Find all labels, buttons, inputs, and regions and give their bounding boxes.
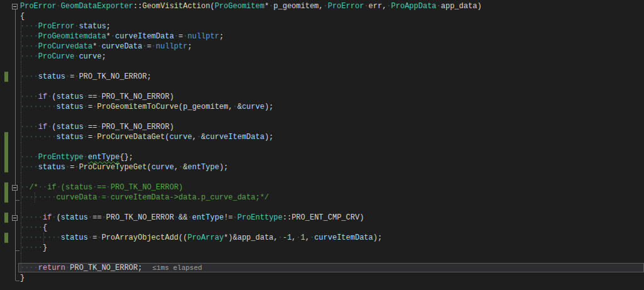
- code-token: (: [57, 213, 61, 222]
- code-token: if: [38, 92, 47, 101]
- code-line[interactable]: ·····if·(status·==·PRO_TK_NO_ERROR·&&·en…: [0, 213, 644, 223]
- whitespace-dots: ·····: [20, 243, 43, 252]
- code-line[interactable]: [0, 112, 644, 122]
- whitespace-dots: ·: [364, 2, 368, 11]
- whitespace-dots: ····: [20, 52, 38, 61]
- code-token: return: [38, 264, 65, 272]
- code-token: curve: [170, 133, 192, 142]
- code-token: PRO_TK_NO_ERROR: [106, 213, 174, 222]
- current-statement-line[interactable]: ····return·PRO_TK_NO_ERROR;≤1ms elapsed: [0, 263, 644, 273]
- code-line[interactable]: ····status·=·ProCurveTypeGet(curve,·&ent…: [0, 162, 644, 172]
- whitespace-dots: ········: [20, 103, 57, 111]
- code-token: ;: [106, 22, 111, 31]
- code-line[interactable]: [0, 172, 644, 182]
- code-text: ········status·=·ProCurveDataGet(curve,·…: [20, 133, 273, 142]
- code-text: ····ProCurvedata*·curveData·=·nullptr;: [20, 42, 192, 51]
- code-text: ····return·PRO_TK_NO_ERROR;: [20, 264, 142, 272]
- code-token: PRO_TK_NO_ERROR): [102, 92, 174, 101]
- code-token: entType: [192, 213, 224, 222]
- code-line[interactable]: ··/*··if·(status·==·PRO_TK_NO_ERROR): [0, 182, 644, 192]
- code-token: ;: [102, 52, 106, 61]
- code-token: curve: [242, 103, 265, 111]
- code-line[interactable]: ········status·=·ProCurveDataGet(curve,·…: [0, 132, 644, 142]
- whitespace-dots: ·········: [20, 233, 61, 242]
- code-token: ProArrayObjectAdd: [102, 233, 178, 242]
- code-token: (: [52, 92, 56, 101]
- code-line[interactable]: ····ProEnttype·entType{};: [0, 152, 644, 162]
- code-token: curveItemData->data.p_curve_data;*/: [111, 193, 269, 202]
- code-token: status: [61, 213, 88, 222]
- whitespace-dots: ·: [197, 133, 201, 142]
- whitespace-dots: ·: [232, 103, 237, 111]
- whitespace-dots: ·: [84, 153, 88, 162]
- whitespace-dots: ·: [74, 72, 79, 81]
- code-line[interactable]: [0, 253, 644, 263]
- code-token: ,: [305, 233, 310, 242]
- code-token: &&: [178, 213, 187, 222]
- code-text: {: [20, 12, 25, 21]
- whitespace-dots: ·: [188, 213, 192, 222]
- code-line[interactable]: ········status·=·ProGeomitemToCurve(p_ge…: [0, 102, 644, 112]
- code-text: ·····if·(status·==·PRO_TK_NO_ERROR·&&·en…: [20, 213, 364, 222]
- whitespace-dots: ·: [296, 233, 300, 242]
- code-token: }: [20, 274, 25, 282]
- code-line[interactable]: [0, 142, 644, 152]
- code-token: &: [237, 103, 242, 111]
- code-line[interactable]: ········curveData·=·curveItemData->data.…: [0, 192, 644, 203]
- code-line[interactable]: ····ProError·status;: [0, 21, 644, 31]
- code-token: if: [38, 123, 47, 131]
- code-text: ····ProGeomitemdata*·curveItemData·=·nul…: [20, 32, 224, 41]
- code-token: ProGeomitem: [215, 2, 265, 11]
- code-line[interactable]: ····ProCurve·curve;: [0, 52, 644, 62]
- whitespace-dots: ·: [174, 213, 178, 222]
- code-token: {: [43, 223, 47, 232]
- whitespace-dots: ·: [437, 2, 441, 11]
- code-line[interactable]: ····if·(status·==·PRO_TK_NO_ERROR): [0, 92, 644, 102]
- code-line[interactable]: ·····}: [0, 243, 644, 253]
- whitespace-dots: ·: [278, 233, 283, 242]
- code-token: curveItemData: [115, 32, 174, 41]
- code-line[interactable]: ····ProCurvedata*·curveData·=·nullptr;: [0, 42, 644, 52]
- whitespace-dots: ··: [38, 183, 47, 192]
- whitespace-dots: ····: [20, 153, 38, 162]
- code-token: }: [43, 243, 47, 252]
- whitespace-dots: ·: [97, 42, 101, 51]
- whitespace-dots: ·: [97, 92, 101, 101]
- code-line[interactable]: ·····{: [0, 223, 644, 233]
- code-token: ==: [88, 123, 97, 131]
- code-line[interactable]: ····status·=·PRO_TK_NO_ERROR;: [0, 72, 644, 82]
- code-token: {: [20, 12, 25, 21]
- code-token: curve: [151, 163, 174, 172]
- whitespace-dots: ····: [20, 32, 38, 41]
- code-line[interactable]: ·········status·=·ProArrayObjectAdd((Pro…: [0, 233, 644, 243]
- code-line[interactable]: ProError·GeomDataExporter::GeomVisitActi…: [0, 1, 644, 11]
- whitespace-dots: ····: [20, 123, 38, 131]
- code-token: ;: [219, 32, 224, 41]
- code-text: ProError·GeomDataExporter::GeomVisitActi…: [20, 2, 482, 11]
- code-token: status: [57, 123, 84, 131]
- code-token: status: [79, 22, 106, 31]
- code-token: ProError: [38, 22, 75, 31]
- whitespace-dots: ··: [20, 183, 29, 192]
- code-token: status: [57, 103, 84, 111]
- code-line[interactable]: [0, 62, 644, 72]
- code-line[interactable]: }: [0, 273, 644, 283]
- code-line[interactable]: [0, 82, 644, 92]
- code-line[interactable]: [0, 203, 644, 213]
- code-token: );: [265, 133, 273, 142]
- code-line[interactable]: ····ProGeomitemdata*·curveItemData·=·nul…: [0, 31, 644, 42]
- perf-tip[interactable]: ≤1ms elapsed: [152, 264, 202, 272]
- whitespace-dots: ····: [20, 92, 38, 101]
- code-text: ····ProEnttype·entType{};: [20, 153, 133, 162]
- code-line[interactable]: {: [0, 11, 644, 21]
- indent-guide: [21, 253, 22, 263]
- whitespace-dots: ·: [84, 103, 88, 111]
- code-token: app_data): [441, 2, 482, 11]
- whitespace-dots: ····: [20, 42, 38, 51]
- code-token: ProCurve: [38, 52, 75, 61]
- code-token: if: [47, 183, 56, 192]
- code-token: entType: [88, 153, 119, 162]
- code-text: ····ProCurve·curve;: [20, 52, 106, 61]
- code-line[interactable]: ····if·(status·==·PRO_TK_NO_ERROR): [0, 122, 644, 132]
- code-token: );: [373, 233, 382, 242]
